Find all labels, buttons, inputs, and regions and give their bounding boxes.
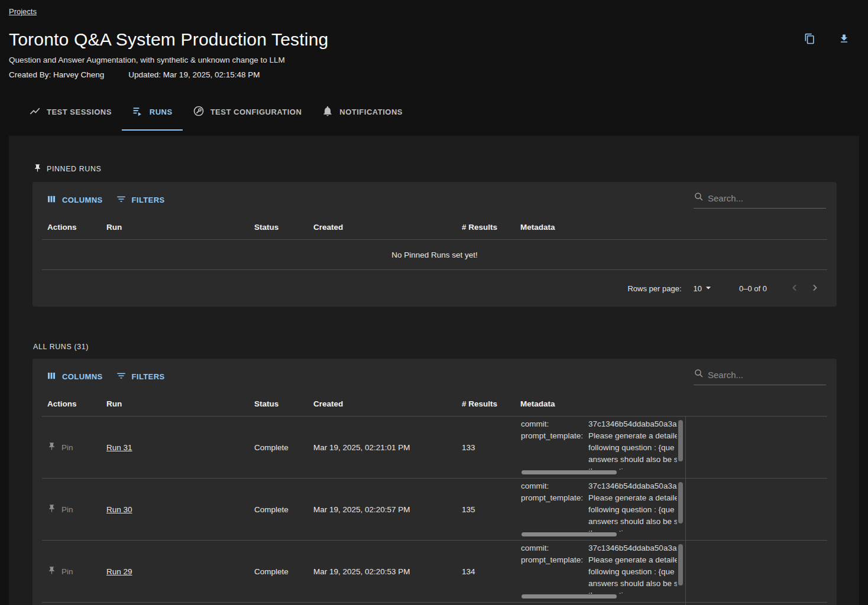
metadata-key: prompt_template: <box>521 430 588 470</box>
horizontal-scrollbar[interactable] <box>522 532 617 536</box>
vertical-scrollbar[interactable] <box>678 544 683 586</box>
all-runs-toolbar: COLUMNS FILTERS <box>33 359 837 391</box>
header-results-col: # Results <box>462 399 520 408</box>
columns-icon <box>46 194 57 206</box>
rows-per-page-select[interactable]: 10 <box>694 282 714 295</box>
all-runs-table-header: Actions Run Status Created # Results Met… <box>42 391 827 417</box>
header-created-col: Created <box>313 399 462 408</box>
metadata-key: prompt_template: <box>521 492 588 532</box>
pushpin-icon <box>33 164 42 174</box>
metadata-cell[interactable]: commit: 37c1346b54ddaba50a3a prompt_temp… <box>520 541 686 602</box>
pushpin-icon <box>47 566 56 577</box>
metadata-cell[interactable]: commit: 37c1346b54ddaba50a3a prompt_temp… <box>520 417 686 478</box>
tab-runs[interactable]: RUNS <box>122 97 183 131</box>
all-runs-search <box>694 368 826 385</box>
table-row-run-29: Pin Run 29 Complete Mar 19, 2025, 02:20:… <box>42 541 827 603</box>
metadata-value: 37c1346b54ddaba50a3a <box>588 418 677 430</box>
bell-icon <box>322 105 333 119</box>
columns-button-label: COLUMNS <box>62 372 103 381</box>
columns-button[interactable]: COLUMNS <box>46 370 103 383</box>
metadata-value: Please generate a detaile following ques… <box>588 430 677 470</box>
header-metadata-col: Metadata <box>520 223 686 232</box>
created-cell: Mar 19, 2025, 02:20:57 PM <box>313 505 462 514</box>
vertical-scrollbar[interactable] <box>678 420 683 461</box>
page-title: Toronto Q&A System Production Testing <box>9 30 859 50</box>
tab-label: RUNS <box>150 108 173 116</box>
table-row-run-30: Pin Run 30 Complete Mar 19, 2025, 02:20:… <box>42 479 827 541</box>
section-label-text: ALL RUNS (31) <box>33 343 89 351</box>
search-input[interactable] <box>708 193 826 203</box>
all-runs-table: COLUMNS FILTERS Actions Run Status Creat… <box>33 359 837 605</box>
next-page-button[interactable] <box>805 278 825 298</box>
header-run-col: Run <box>106 399 254 408</box>
horizontal-scrollbar[interactable] <box>522 594 617 599</box>
content-panel: PINNED RUNS COLUMNS FILTERS <box>9 136 859 605</box>
pin-button-label: Pin <box>61 443 73 452</box>
header-results-col: # Results <box>462 223 520 232</box>
header-status-col: Status <box>254 399 313 408</box>
breadcrumb-projects-link[interactable]: Projects <box>9 7 37 16</box>
table-row-run-31: Pin Run 31 Complete Mar 19, 2025, 02:21:… <box>42 417 827 479</box>
previous-page-button[interactable] <box>785 278 805 298</box>
tab-notifications[interactable]: NOTIFICATIONS <box>312 97 413 131</box>
metadata-value: 37c1346b54ddaba50a3a <box>588 542 677 554</box>
columns-button-label: COLUMNS <box>62 196 103 204</box>
pin-button[interactable]: Pin <box>47 566 73 577</box>
created-cell: Mar 19, 2025, 02:20:53 PM <box>313 567 462 576</box>
tab-test-configuration[interactable]: TEST CONFIGURATION <box>183 97 312 131</box>
header-status-col: Status <box>254 223 313 232</box>
copy-button[interactable] <box>798 31 821 48</box>
search-input[interactable] <box>708 370 826 380</box>
all-runs-heading: ALL RUNS (31) <box>9 307 859 351</box>
status-cell: Complete <box>254 505 313 514</box>
horizontal-scrollbar[interactable] <box>522 470 617 474</box>
created-by-text: Created By: Harvey Cheng <box>9 70 104 79</box>
status-cell: Complete <box>254 443 313 452</box>
header-metadata-col: Metadata <box>520 399 686 408</box>
pin-button-label: Pin <box>61 567 73 576</box>
chevron-left-icon <box>789 282 801 295</box>
tab-label: TEST CONFIGURATION <box>210 108 302 116</box>
pin-button[interactable]: Pin <box>47 504 73 515</box>
metadata-cell[interactable]: commit: 37c1346b54ddaba50a3a prompt_temp… <box>520 479 686 540</box>
pinned-table-header: Actions Run Status Created # Results Met… <box>42 214 827 240</box>
created-cell: Mar 19, 2025, 02:21:01 PM <box>313 443 462 452</box>
columns-button[interactable]: COLUMNS <box>46 194 103 206</box>
vertical-scrollbar[interactable] <box>678 482 683 523</box>
metadata-content: commit: 37c1346b54ddaba50a3a prompt_temp… <box>521 418 677 470</box>
filters-button[interactable]: FILTERS <box>116 370 165 383</box>
rows-per-page-value: 10 <box>694 284 702 293</box>
metadata-cell <box>520 603 686 605</box>
pin-button[interactable]: Pin <box>47 442 73 453</box>
download-icon <box>838 33 850 46</box>
metadata-key: commit: <box>521 542 588 554</box>
pushpin-icon <box>47 442 56 453</box>
metadata-key: commit: <box>521 480 588 492</box>
runs-icon <box>132 105 144 119</box>
run-link[interactable]: Run 29 <box>106 567 132 576</box>
columns-icon <box>46 370 57 383</box>
run-link[interactable]: Run 30 <box>106 505 132 514</box>
pin-button-label: Pin <box>61 505 73 514</box>
filters-button[interactable]: FILTERS <box>116 194 165 206</box>
header-actions-col: Actions <box>47 399 106 408</box>
search-icon <box>694 368 704 381</box>
tab-test-sessions[interactable]: TEST SESSIONS <box>19 97 122 131</box>
rows-per-page-label: Rows per page: <box>627 284 681 293</box>
header-actions <box>798 31 855 48</box>
results-cell: 134 <box>462 567 520 576</box>
metadata-value: Please generate a detaile following ques… <box>588 554 677 594</box>
caret-down-icon <box>702 282 714 295</box>
filters-button-label: FILTERS <box>132 372 165 381</box>
pinned-runs-table: COLUMNS FILTERS Actions Run Status Creat… <box>33 182 837 307</box>
tab-bar: TEST SESSIONS RUNS TEST CONFIGURATION NO… <box>0 97 868 131</box>
tab-label: NOTIFICATIONS <box>339 108 403 116</box>
pinned-search <box>694 191 826 209</box>
line-chart-icon <box>29 105 41 119</box>
results-cell: 133 <box>462 443 520 452</box>
run-link[interactable]: Run 31 <box>106 443 132 452</box>
metadata-value: 37c1346b54ddaba50a3a <box>588 480 677 492</box>
download-button[interactable] <box>833 31 855 48</box>
tab-label: TEST SESSIONS <box>47 108 112 116</box>
page-subtitle: Question and Answer Augmentation, with s… <box>9 56 859 64</box>
